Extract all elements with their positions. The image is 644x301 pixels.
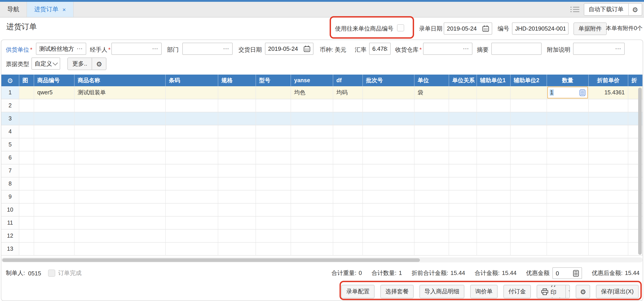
delivery-date-input[interactable] [265,43,314,55]
cell-unit[interactable] [414,242,449,255]
cell-model[interactable] [256,178,291,190]
cell-name[interactable] [74,216,166,229]
row-number[interactable]: 3 [1,112,19,125]
ellipsis-icon[interactable]: ••• [77,47,83,50]
cell-yanse[interactable] [291,138,333,151]
handler-input[interactable]: ••• [112,43,162,55]
cell-aux1[interactable] [477,242,510,255]
import-detail-button[interactable]: 导入商品明细 [420,285,464,298]
cell-img[interactable] [19,152,34,164]
cell-unit[interactable] [414,178,449,190]
tab-close-icon[interactable]: × [62,6,66,13]
cell-barcode[interactable] [166,99,218,112]
cell-img[interactable] [19,125,34,138]
cell-price[interactable] [589,152,628,164]
use-partner-code-checkbox[interactable] [397,24,404,32]
tab-navigation[interactable]: 导航 [0,2,27,17]
cell-aux1[interactable] [477,230,510,242]
row-number[interactable]: 13 [1,242,19,255]
print-button[interactable]: 打印(F7) [537,285,566,298]
entry-date-input[interactable] [444,22,492,34]
cell-model[interactable] [256,216,291,229]
cell-img[interactable] [19,86,34,99]
cell-qty[interactable] [547,178,589,190]
cell-unit[interactable] [414,112,449,125]
cell-name[interactable] [74,112,166,125]
cell-aux1[interactable] [477,125,510,138]
select-package-button[interactable]: 选择套餐 [380,285,414,298]
cell-price[interactable] [589,138,628,151]
cell-unitrel[interactable] [449,86,477,99]
row-number[interactable]: 2 [1,99,19,112]
cell-name[interactable] [74,178,166,190]
cell-barcode[interactable] [166,138,218,151]
cell-code[interactable] [34,190,74,203]
cell-img[interactable] [19,178,34,190]
cell-barcode[interactable] [166,204,218,216]
cell-price[interactable] [589,178,628,190]
cell-aux1[interactable] [477,204,510,216]
entry-config-button[interactable]: 录单配置 [341,285,374,298]
calculator-icon[interactable] [579,89,586,96]
qty-input[interactable]: 1 [548,87,588,98]
auto-download-button[interactable]: 自动下载订单 [584,4,628,15]
cell-batch[interactable] [363,152,414,164]
cell-spec[interactable] [218,216,256,229]
cell-spec[interactable] [218,86,256,99]
cell-aux2[interactable] [510,112,547,125]
cell-barcode[interactable] [166,216,218,229]
cell-yanse[interactable] [291,125,333,138]
cell-unit[interactable] [414,164,449,177]
cell-yanse[interactable]: 均色 [291,86,333,99]
cell-qty[interactable]: 1 [547,86,589,99]
cell-batch[interactable] [363,164,414,177]
rate-input[interactable] [369,43,391,55]
cell-aux2[interactable] [510,125,547,138]
cell-img[interactable] [19,99,34,112]
cell-batch[interactable] [363,86,414,99]
cell-df[interactable] [333,178,363,190]
row-number[interactable]: 1 [1,86,19,99]
cell-batch[interactable] [363,178,414,190]
ellipsis-icon[interactable]: ••• [224,47,230,50]
cell-aux2[interactable] [510,242,547,255]
cell-model[interactable] [256,230,291,242]
cell-aux2[interactable] [510,152,547,164]
cell-img[interactable] [19,190,34,203]
cell-unit[interactable] [414,204,449,216]
cell-yanse[interactable] [291,178,333,190]
cell-name[interactable]: 测试组装单 [74,86,166,99]
cell-barcode[interactable] [166,190,218,203]
cell-code[interactable] [34,216,74,229]
doc-number-input[interactable] [512,22,568,34]
cell-name[interactable] [74,190,166,203]
ellipsis-icon[interactable]: ••• [152,47,158,50]
cell-df[interactable] [333,99,363,112]
cell-code[interactable]: qwer5 [34,86,74,99]
cell-img[interactable] [19,242,34,255]
more-button[interactable]: 更多.. [67,58,92,70]
calculator-icon[interactable] [573,270,579,276]
note-input[interactable]: ••• [573,43,625,55]
row-number[interactable]: 5 [1,138,19,151]
cell-qty[interactable] [547,190,589,203]
cell-price[interactable] [589,164,628,177]
cell-aux2[interactable] [510,178,547,190]
cell-aux2[interactable] [510,230,547,242]
cell-qty[interactable] [547,230,589,242]
cell-spec[interactable] [218,125,256,138]
discount-input[interactable] [552,267,582,279]
cell-aux1[interactable] [477,190,510,203]
cell-price[interactable] [589,112,628,125]
cell-aux2[interactable] [510,138,547,151]
row-number[interactable]: 7 [1,164,19,177]
cell-df[interactable] [333,138,363,151]
cell-name[interactable] [74,242,166,255]
ellipsis-icon[interactable]: ••• [463,47,469,50]
cell-df[interactable] [333,242,363,255]
row-number[interactable]: 12 [1,230,19,242]
deposit-button[interactable]: 付订金 [504,285,531,298]
cell-name[interactable] [74,125,166,138]
cell-price[interactable] [589,242,628,255]
cell-code[interactable] [34,152,74,164]
